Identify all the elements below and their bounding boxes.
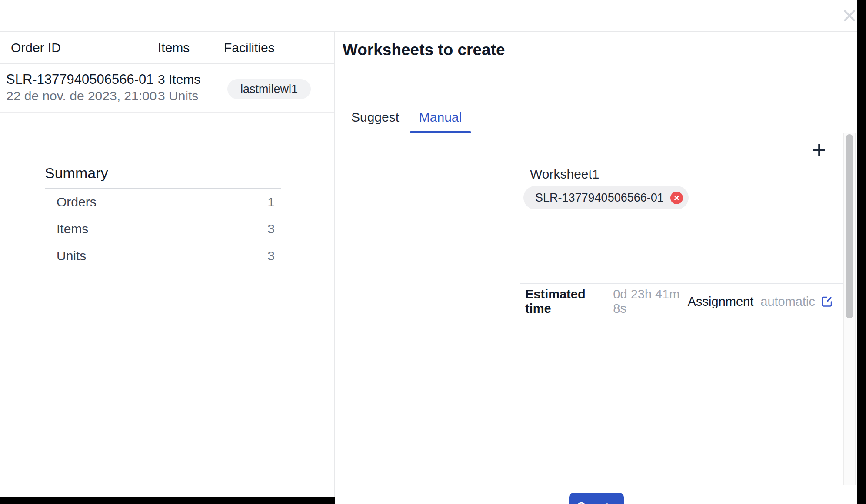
edit-pencil-icon	[821, 295, 833, 308]
column-header-order-id: Order ID	[11, 32, 61, 64]
worksheet-info-row: Estimated time 0d 23h 41m 8s Assignment …	[525, 292, 833, 311]
tab-bar: Suggest Manual	[335, 101, 857, 133]
order-panel: Order ID Items Facilities SLR-1377940506…	[0, 32, 335, 497]
table-row-order: SLR-1377940506566-01 22 de nov. de 2023,…	[0, 64, 334, 113]
close-icon	[843, 9, 856, 22]
order-units-count: 3 Units	[158, 88, 200, 104]
facility-chip: lastmilewl1	[227, 79, 311, 99]
create-button-label: Create	[576, 500, 616, 504]
order-quantities-cell: 3 Items 3 Units	[158, 71, 200, 104]
order-date: 22 de nov. de 2023, 21:00	[6, 88, 157, 104]
estimated-time-group: Estimated time 0d 23h 41m 8s	[525, 287, 688, 316]
order-id: SLR-1377940506566-01	[6, 71, 157, 88]
tab-manual-label: Manual	[419, 110, 462, 125]
summary-label: Items	[57, 222, 88, 236]
summary-row-orders: Orders 1	[45, 189, 281, 216]
facility-chip-label: lastmilewl1	[240, 83, 298, 96]
manual-tab-content: Worksheet1 SLR-1377940506566-01	[335, 133, 857, 485]
orders-table-header: Order ID Items Facilities	[0, 32, 334, 64]
worksheet-create-modal: Order ID Items Facilities SLR-1377940506…	[0, 0, 857, 497]
order-id-cell: SLR-1377940506566-01 22 de nov. de 2023,…	[6, 71, 157, 104]
summary-value: 3	[267, 222, 275, 236]
worksheet-name: Worksheet1	[530, 167, 600, 182]
estimated-time-value: 0d 23h 41m 8s	[613, 287, 687, 316]
assignment-group: Assignment automatic	[688, 295, 833, 309]
worksheet-card-divider	[520, 283, 846, 284]
screen: Order ID Items Facilities SLR-1377940506…	[0, 0, 866, 504]
summary-section: Summary Orders 1 Items 3 Units 3	[45, 163, 281, 269]
summary-label: Units	[57, 249, 86, 263]
order-items-count: 3 Items	[158, 71, 200, 88]
summary-value: 1	[267, 195, 275, 209]
tab-manual[interactable]: Manual	[410, 101, 471, 133]
worksheets-panel: Worksheets to create Suggest Manual	[335, 32, 857, 497]
summary-row-units: Units 3	[45, 242, 281, 269]
remove-x-icon	[674, 195, 679, 201]
estimated-time-label: Estimated time	[525, 287, 605, 316]
tab-suggest-label: Suggest	[351, 110, 399, 125]
close-button[interactable]	[843, 9, 856, 23]
plus-icon	[813, 143, 826, 157]
create-button[interactable]: Create	[569, 493, 624, 504]
modal-header-band	[0, 0, 857, 32]
summary-label: Orders	[57, 195, 97, 209]
assignment-value: automatic	[760, 295, 815, 309]
assignment-label: Assignment	[688, 295, 754, 309]
order-selection-pane	[335, 133, 506, 485]
summary-value: 3	[267, 249, 275, 263]
add-worksheet-button[interactable]	[811, 142, 827, 158]
scrollbar-thumb[interactable]	[846, 134, 853, 318]
summary-row-items: Items 3	[45, 216, 281, 242]
modal-footer: Create	[335, 485, 857, 504]
page-title: Worksheets to create	[343, 41, 505, 59]
remove-order-button[interactable]	[670, 192, 683, 204]
scrollbar-track	[843, 133, 856, 485]
tab-suggest[interactable]: Suggest	[344, 101, 406, 133]
summary-title: Summary	[45, 163, 281, 182]
worksheet-order-chip: SLR-1377940506566-01	[523, 186, 689, 209]
column-header-items: Items	[158, 32, 190, 64]
column-header-facilities: Facilities	[224, 32, 275, 64]
edit-assignment-button[interactable]	[821, 295, 833, 308]
worksheet-order-chip-label: SLR-1377940506566-01	[535, 191, 664, 205]
